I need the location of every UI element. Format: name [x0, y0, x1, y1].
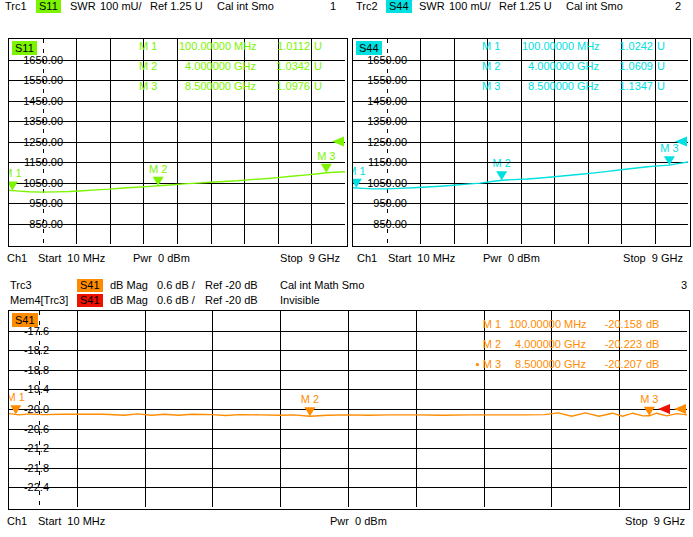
- marker-m3-icon[interactable]: [321, 164, 332, 173]
- sparam-corner-badge[interactable]: S41: [12, 313, 38, 327]
- trace1-name[interactable]: Trc1: [5, 0, 27, 13]
- marker-stimulus-unit: GHz: [231, 80, 260, 100]
- marker-stimulus: 8.500000: [169, 80, 231, 100]
- trace2-format[interactable]: SWR: [419, 0, 445, 13]
- marker-value: 1.0609: [603, 60, 653, 80]
- ref-level-arrow-icon[interactable]: [675, 137, 687, 147]
- mem4-format[interactable]: dB Mag: [110, 294, 148, 307]
- marker-value: 1.0112: [260, 40, 310, 60]
- marker-value-unit: U: [310, 40, 329, 60]
- marker-value: 1.0342: [260, 60, 310, 80]
- trace2-name[interactable]: Trc2: [356, 0, 378, 13]
- marker-value: -20.223: [592, 338, 642, 358]
- trace3-name[interactable]: Trc3: [10, 279, 32, 292]
- marker-m2-icon[interactable]: [496, 171, 507, 180]
- diagram1-plot-s11[interactable]: 1650.001550.001450.001350.001250.001150.…: [8, 38, 348, 247]
- mem4-name[interactable]: Mem4[Trc3]: [10, 294, 68, 307]
- marker-stimulus: 100.00000: [512, 40, 574, 60]
- mem4-ref[interactable]: Ref -20 dB: [205, 294, 258, 307]
- start-freq[interactable]: Start 10 MHz: [38, 252, 105, 265]
- marker-stimulus: 100.00000: [169, 40, 231, 60]
- stop-freq[interactable]: Stop 9 GHz: [625, 515, 685, 528]
- marker-stimulus-unit: MHz: [231, 40, 260, 60]
- marker-value-unit: U: [653, 40, 672, 60]
- diagram1-footer: Ch1 Start 10 MHz Pwr 0 dBm Stop 9 GHz: [0, 252, 346, 266]
- trace2-ref[interactable]: Ref 1.25 U: [499, 0, 552, 13]
- marker-readout-row: ▪ M 38.500000GHz-20.207dB: [463, 358, 663, 378]
- trace-s44[interactable]: [353, 162, 688, 189]
- marker-stimulus: 100.00000: [501, 318, 561, 338]
- marker-name: M 2: [139, 60, 169, 80]
- marker-value-unit: dB: [642, 338, 663, 358]
- marker-stimulus-unit: GHz: [561, 338, 592, 358]
- marker-name: M 1: [463, 318, 501, 338]
- mem4-scale[interactable]: 0.6 dB /: [157, 294, 195, 307]
- trace3-format[interactable]: dB Mag: [110, 279, 148, 292]
- stop-freq[interactable]: Stop 9 GHz: [280, 252, 340, 265]
- trace1-ref[interactable]: Ref 1.25 U: [150, 0, 203, 13]
- marker-m1-icon[interactable]: [9, 181, 18, 190]
- marker-readout-row: M 1100.00000MHz1.0242U: [482, 40, 672, 60]
- power-level[interactable]: Pwr 0 dBm: [330, 515, 387, 528]
- marker-readout-table: M 1100.00000MHz1.0112UM 24.000000GHz1.03…: [139, 40, 329, 100]
- trace2-scale[interactable]: 100 mU/: [449, 0, 491, 13]
- trace1-scale[interactable]: 100 mU/: [100, 0, 142, 13]
- marker-stimulus-unit: GHz: [231, 60, 260, 80]
- trace1-format[interactable]: SWR: [70, 0, 96, 13]
- marker-readout-table: M 1100.00000MHz-20.158dBM 24.000000GHz-2…: [463, 318, 663, 378]
- marker-name: M 1: [139, 40, 169, 60]
- trace1-sparam-badge[interactable]: S11: [36, 0, 61, 13]
- marker-m2-icon[interactable]: [304, 407, 315, 416]
- marker-readout-row: M 38.500000GHz1.1347U: [482, 80, 672, 100]
- marker-value-unit: U: [653, 80, 672, 100]
- marker-name: M 3: [482, 80, 512, 100]
- start-freq[interactable]: Start 10 MHz: [388, 252, 455, 265]
- marker-readout-row: M 1100.00000MHz1.0112U: [139, 40, 329, 60]
- power-level[interactable]: Pwr 0 dBm: [133, 252, 190, 265]
- marker-stimulus-unit: MHz: [574, 40, 603, 60]
- marker-stimulus-unit: MHz: [561, 318, 592, 338]
- marker-value-unit: dB: [642, 358, 663, 378]
- trace2-cal: Cal int Smo: [566, 0, 623, 13]
- channel-label[interactable]: Ch1: [357, 252, 377, 265]
- ref-level-arrow-icon[interactable]: [674, 404, 686, 414]
- trace3-sparam-badge[interactable]: S41: [77, 279, 103, 292]
- marker-value: -20.207: [592, 358, 642, 378]
- marker-readout-row: M 24.000000GHz1.0342U: [139, 60, 329, 80]
- trace1-cal: Cal int Smo: [217, 0, 274, 13]
- trace3-scale[interactable]: 0.6 dB /: [157, 279, 195, 292]
- channel-label[interactable]: Ch1: [7, 515, 27, 528]
- marker-readout-row: M 38.500000GHz1.0976U: [139, 80, 329, 100]
- marker-name: M 2: [463, 338, 501, 358]
- marker-value: 1.0242: [603, 40, 653, 60]
- marker-value: 1.0976: [260, 80, 310, 100]
- marker-stimulus: 4.000000: [512, 60, 574, 80]
- trace2-sparam-badge[interactable]: S44: [386, 0, 412, 13]
- marker-readout-row: M 24.000000GHz-20.223dB: [463, 338, 663, 358]
- trace3-ref[interactable]: Ref -20 dB: [205, 279, 258, 292]
- mem4-sparam-badge[interactable]: S41: [77, 294, 103, 307]
- diagram3-footer: Ch1 Start 10 MHz Pwr 0 dBm Stop 9 GHz: [0, 515, 693, 529]
- sparam-corner-badge[interactable]: S11: [12, 41, 37, 55]
- trace3-cal: Cal int Math Smo: [280, 279, 364, 292]
- diagram2-footer: Ch1 Start 10 MHz Pwr 0 dBm Stop 9 GHz: [352, 252, 689, 266]
- diagram2-plot-s44[interactable]: 1650.001550.001450.001350.001250.001150.…: [352, 38, 691, 247]
- marker-readout-table: M 1100.00000MHz1.0242UM 24.000000GHz1.06…: [482, 40, 672, 100]
- marker-value-unit: U: [310, 60, 329, 80]
- diagram3-plot-s41[interactable]: -17.6-18.2-18.8-19.4-20.0-20.6-21.2-21.8…: [8, 310, 690, 510]
- ref-level-arrow-icon[interactable]: [658, 404, 670, 414]
- stop-freq[interactable]: Stop 9 GHz: [623, 252, 683, 265]
- ref-level-arrow-icon[interactable]: [332, 137, 344, 147]
- marker-stimulus: 4.000000: [501, 338, 561, 358]
- marker-stimulus: 8.500000: [501, 358, 561, 378]
- marker-readout-row: M 1100.00000MHz-20.158dB: [463, 318, 663, 338]
- marker-m2-icon[interactable]: [153, 177, 164, 186]
- marker-name: M 3: [139, 80, 169, 100]
- sparam-corner-badge[interactable]: S44: [356, 41, 382, 55]
- mem4-header: Mem4[Trc3] S41 dB Mag 0.6 dB / Ref -20 d…: [0, 294, 693, 308]
- marker-value: -20.158: [592, 318, 642, 338]
- trace1-header: Trc1 S11 SWR 100 mU/ Ref 1.25 U Cal int …: [0, 0, 346, 14]
- power-level[interactable]: Pwr 0 dBm: [483, 252, 540, 265]
- start-freq[interactable]: Start 10 MHz: [38, 515, 105, 528]
- channel-label[interactable]: Ch1: [7, 252, 27, 265]
